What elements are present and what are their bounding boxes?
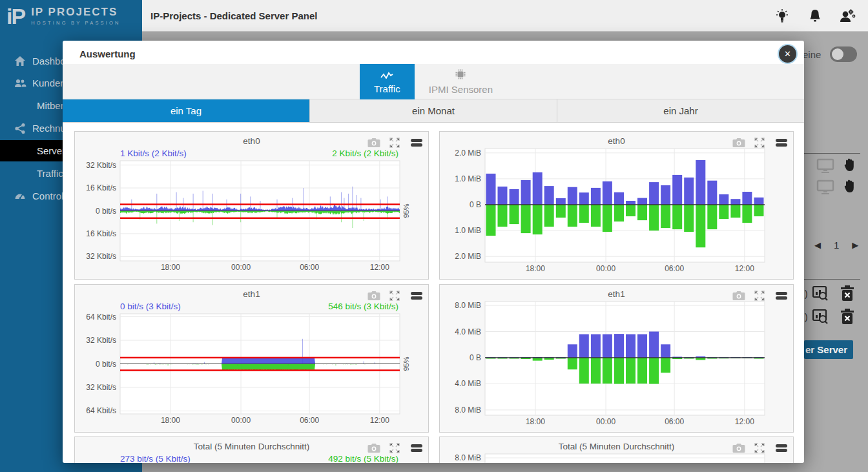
svg-text:16 Kbit/s: 16 Kbit/s (86, 229, 116, 238)
delete-icon[interactable] (840, 308, 855, 327)
svg-text:0 bit/s: 0 bit/s (96, 360, 116, 369)
gauge-icon (14, 190, 26, 202)
logo-mark: iP (6, 5, 25, 27)
toggle-knob (832, 48, 843, 60)
svg-text:4.0 MiB: 4.0 MiB (455, 379, 481, 388)
row-text-fragment: ) (805, 312, 808, 322)
tab-ein-monat[interactable]: ein Monat (310, 99, 557, 123)
sidebar-item-label: Server (37, 145, 65, 156)
svg-text:18:00: 18:00 (161, 263, 180, 272)
svg-text:12:00: 12:00 (735, 417, 754, 426)
chart-panel-eth1-line: eth1 0 bit/s (3 Kbit/s) 546 bit/s (3 Kbi… (74, 284, 429, 433)
svg-text:00:00: 00:00 (596, 264, 615, 273)
screen: Dashboard Kunden Mitbenutzer Rechnungen … (0, 0, 868, 472)
modal-title: Auswertung (79, 48, 136, 59)
svg-text:64 Kbit/s: 64 Kbit/s (86, 313, 116, 322)
svg-text:95%: 95% (402, 203, 410, 218)
svg-text:00:00: 00:00 (231, 263, 251, 272)
logo-tagline: HOSTING BY PASSION (31, 20, 121, 26)
svg-text:0 B: 0 B (470, 353, 481, 362)
svg-text:8.0 MiB: 8.0 MiB (455, 453, 481, 462)
svg-text:1.0 MiB: 1.0 MiB (455, 226, 481, 235)
svg-text:32 Kbit/s: 32 Kbit/s (86, 161, 116, 170)
hand-icon[interactable] (843, 178, 857, 198)
svg-text:0 bit/s: 0 bit/s (96, 207, 116, 216)
toggle-label: eine (803, 49, 821, 60)
svg-text:06:00: 06:00 (300, 416, 319, 425)
svg-text:06:00: 06:00 (300, 263, 319, 272)
chart-panel-eth0-line: eth0 1 Kbit/s (2 Kbit/s) 2 Kbit/s (2 Kbi… (74, 131, 429, 280)
chart-type-tabbar: Traffic IPMI Sensoren (63, 64, 804, 99)
sidebar-item-label: Traffic (37, 168, 63, 179)
chart-panel-eth0-bars: eth0 18:0000:0006:0012:002.0 MiB1.0 MiB0… (439, 131, 794, 280)
chip-icon (455, 69, 466, 81)
tab-ipmi-sensoren[interactable]: IPMI Sensoren (415, 64, 507, 99)
sidebar-item-label: Kunden (32, 77, 66, 88)
page-number: 1 (834, 240, 839, 251)
table-divider (804, 279, 860, 280)
svg-text:16 Kbit/s: 16 Kbit/s (86, 183, 116, 192)
pagination: ◀ 1 ▶ (814, 240, 858, 251)
svg-text:12:00: 12:00 (370, 263, 389, 272)
new-server-button[interactable]: er Server (804, 340, 853, 359)
tab-ein-jahr[interactable]: ein Jahr (557, 99, 804, 123)
chart-panel-eth1-bars: eth1 18:0000:0006:0012:008.0 MiB4.0 MiB0… (439, 284, 794, 433)
svg-text:18:00: 18:00 (161, 416, 180, 425)
svg-text:2.0 MiB: 2.0 MiB (455, 149, 481, 158)
svg-text:95%: 95% (402, 356, 410, 371)
svg-text:32 Kbit/s: 32 Kbit/s (86, 383, 116, 392)
tab-label: IPMI Sensoren (429, 84, 493, 95)
auswertung-modal: Auswertung ✕ Traffic IPMI Sensoren ein T… (63, 41, 804, 463)
row-text-fragment: ) (805, 289, 808, 299)
svg-text:06:00: 06:00 (665, 264, 684, 273)
page-prev-icon[interactable]: ◀ (814, 240, 821, 250)
new-server-button-label: er Server (805, 344, 847, 355)
chart-search-icon[interactable] (812, 285, 829, 304)
users-icon (14, 77, 26, 89)
svg-text:8.0 MiB: 8.0 MiB (455, 301, 481, 310)
table-divider (804, 153, 860, 154)
traffic-line-chart: 18:0000:0006:0012:0064 Kbit/s32 Kbit/s0 … (75, 285, 429, 436)
tab-label: Traffic (374, 83, 400, 94)
svg-text:32 Kbit/s: 32 Kbit/s (86, 252, 116, 261)
idea-bulb-icon[interactable] (774, 8, 790, 25)
page-next-icon[interactable]: ▶ (852, 240, 858, 250)
notifications-bell-icon[interactable] (807, 8, 823, 25)
svg-text:4.0 MiB: 4.0 MiB (455, 327, 481, 336)
chart-search-icon[interactable] (812, 308, 829, 327)
svg-text:00:00: 00:00 (231, 416, 251, 425)
svg-text:18:00: 18:00 (526, 264, 545, 273)
share-icon (14, 123, 26, 134)
svg-text:1.0 MiB: 1.0 MiB (455, 174, 481, 183)
svg-text:00:00: 00:00 (596, 417, 615, 426)
tab-ein-tag[interactable]: ein Tag (63, 99, 310, 123)
chart-panel-total-line: Total (5 Minuten Durchschnitt) 273 bit/s… (74, 436, 429, 463)
hand-icon[interactable] (843, 157, 857, 176)
logo-name: IP PROJECTS (31, 6, 121, 19)
traffic-pulse-icon (380, 70, 393, 81)
traffic-line-chart (75, 437, 429, 463)
period-tabbar: ein Tag ein Monat ein Jahr (63, 99, 804, 123)
top-header: iP IP PROJECTS HOSTING BY PASSION IP-Pro… (0, 0, 868, 32)
tab-traffic[interactable]: Traffic (360, 64, 415, 99)
app-logo[interactable]: iP IP PROJECTS HOSTING BY PASSION (0, 0, 142, 32)
home-icon (14, 56, 26, 67)
svg-text:0 B: 0 B (470, 200, 481, 209)
svg-text:12:00: 12:00 (370, 416, 389, 425)
toggle-row: eine (803, 46, 857, 62)
traffic-bar-chart: 8.0 MiB4.0 MiB0 B4.0 MiB8.0 MiB (440, 437, 794, 463)
delete-icon[interactable] (840, 285, 855, 304)
svg-text:2.0 MiB: 2.0 MiB (455, 252, 481, 261)
close-icon[interactable]: ✕ (779, 45, 796, 63)
svg-text:18:00: 18:00 (526, 417, 545, 426)
toggle-switch[interactable] (830, 46, 857, 62)
svg-text:06:00: 06:00 (665, 417, 684, 426)
svg-text:32 Kbit/s: 32 Kbit/s (86, 336, 116, 345)
user-settings-icon[interactable] (839, 8, 856, 25)
traffic-line-chart: 18:0000:0006:0012:0032 Kbit/s16 Kbit/s0 … (75, 132, 429, 283)
page-title: IP-Projects - Dedicated Server Panel (150, 10, 317, 21)
monitor-icon[interactable] (816, 180, 834, 198)
monitor-icon[interactable] (816, 158, 834, 176)
chart-panel-total-bars: Total (5 Minuten Durchschnitt) 8.0 MiB4.… (439, 436, 794, 463)
svg-text:8.0 MiB: 8.0 MiB (455, 405, 481, 415)
